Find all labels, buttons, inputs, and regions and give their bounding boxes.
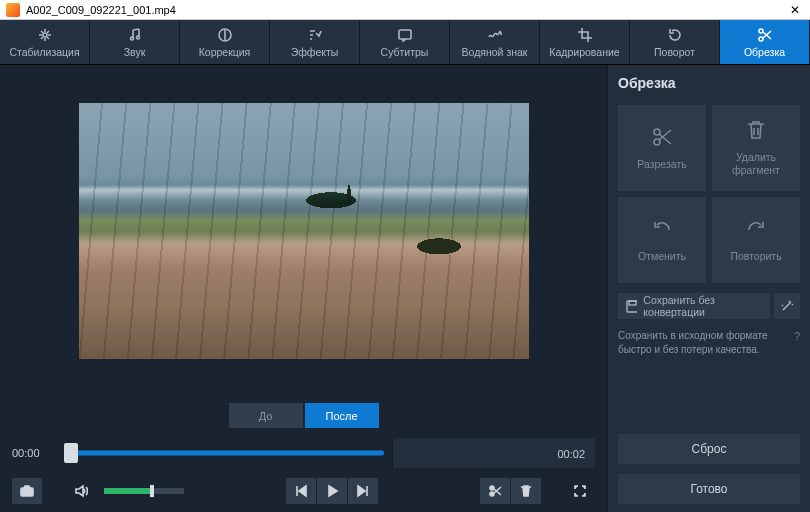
help-icon[interactable]: ?	[794, 329, 800, 344]
volume-slider[interactable]	[104, 488, 184, 494]
crop-icon	[577, 27, 593, 43]
scissors-icon	[651, 126, 673, 148]
trash-icon	[745, 119, 767, 141]
svg-point-8	[490, 492, 494, 496]
save-label: Сохранить без конвертации	[643, 294, 762, 318]
tab-crop[interactable]: Кадрирование	[540, 20, 630, 64]
fx-icon	[307, 27, 323, 43]
subtitle-icon	[397, 27, 413, 43]
volume-icon	[74, 484, 88, 498]
video-preview	[79, 103, 529, 359]
after-button[interactable]: После	[305, 403, 379, 428]
tab-stabilization[interactable]: Стабилизация	[0, 20, 90, 64]
time-end: 00:02	[392, 438, 595, 468]
scissors-icon	[757, 27, 773, 43]
contrast-icon	[217, 27, 233, 43]
fullscreen-button[interactable]	[565, 478, 595, 504]
window-title: A002_C009_092221_001.mp4	[26, 4, 786, 16]
tool-tabs: Стабилизация Звук Коррекция Эффекты Субт…	[0, 20, 810, 65]
tab-label: Звук	[124, 46, 146, 58]
reset-button[interactable]: Сброс	[618, 434, 800, 464]
close-icon[interactable]: ✕	[786, 3, 804, 17]
play-icon	[325, 484, 339, 498]
tab-subtitles[interactable]: Субтитры	[360, 20, 450, 64]
trash-icon	[519, 484, 533, 498]
music-icon	[127, 27, 143, 43]
prev-button[interactable]	[286, 478, 316, 504]
card-label: Отменить	[638, 250, 686, 263]
timeline-bar	[64, 451, 384, 456]
skip-forward-icon	[356, 484, 370, 498]
timeline: 00:00 00:02	[6, 434, 601, 472]
tab-label: Кадрирование	[549, 46, 619, 58]
save-hint: Сохранить в исходном формате быстро и бе…	[618, 329, 800, 356]
volume-button[interactable]	[66, 478, 96, 504]
svg-point-4	[759, 37, 763, 41]
tab-label: Водяной знак	[462, 46, 528, 58]
stabilization-icon	[37, 27, 53, 43]
save-icon	[626, 300, 637, 313]
delete-fragment-card[interactable]: Удалить фрагмент	[712, 105, 800, 191]
rotate-icon	[667, 27, 683, 43]
done-button[interactable]: Готово	[618, 474, 800, 504]
volume-handle[interactable]	[150, 485, 154, 497]
tab-label: Эффекты	[291, 46, 339, 58]
cut-card[interactable]: Разрезать	[618, 105, 706, 191]
magic-button[interactable]	[774, 293, 800, 319]
tab-label: Коррекция	[199, 46, 251, 58]
redo-card[interactable]: Повторить	[712, 197, 800, 283]
tab-effects[interactable]: Эффекты	[270, 20, 360, 64]
tab-rotate[interactable]: Поворот	[630, 20, 720, 64]
watermark-icon	[487, 27, 503, 43]
svg-point-0	[43, 33, 47, 37]
save-no-convert-button[interactable]: Сохранить без конвертации	[618, 293, 770, 319]
before-button[interactable]: До	[229, 403, 303, 428]
titlebar: A002_C009_092221_001.mp4 ✕	[0, 0, 810, 20]
panel-title: Обрезка	[618, 75, 800, 91]
tab-correction[interactable]: Коррекция	[180, 20, 270, 64]
fullscreen-icon	[573, 484, 587, 498]
card-label: Повторить	[730, 250, 781, 263]
cut-button[interactable]	[480, 478, 510, 504]
scissors-icon	[488, 484, 502, 498]
svg-point-7	[490, 486, 494, 490]
next-button[interactable]	[348, 478, 378, 504]
card-label: Разрезать	[637, 158, 686, 171]
trim-panel: Обрезка Разрезать Удалить фрагмент Отмен…	[607, 65, 810, 512]
tab-trim[interactable]: Обрезка	[720, 20, 810, 64]
time-start: 00:00	[12, 447, 56, 459]
timeline-track[interactable]	[64, 446, 384, 460]
tab-sound[interactable]: Звук	[90, 20, 180, 64]
tab-label: Обрезка	[744, 46, 785, 58]
app-icon	[6, 3, 20, 17]
redo-icon	[745, 218, 767, 240]
undo-icon	[651, 218, 673, 240]
wand-icon	[780, 299, 794, 313]
volume-fill	[104, 488, 150, 494]
tab-watermark[interactable]: Водяной знак	[450, 20, 540, 64]
tab-label: Поворот	[654, 46, 695, 58]
skip-back-icon	[294, 484, 308, 498]
camera-icon	[20, 484, 34, 498]
card-label: Удалить фрагмент	[732, 151, 780, 176]
svg-rect-2	[399, 30, 411, 39]
svg-point-6	[25, 490, 30, 495]
undo-card[interactable]: Отменить	[618, 197, 706, 283]
play-button[interactable]	[317, 478, 347, 504]
svg-point-3	[759, 29, 763, 33]
delete-button[interactable]	[511, 478, 541, 504]
timeline-handle[interactable]	[64, 443, 78, 463]
before-after-toggle: До После	[6, 403, 601, 428]
svg-rect-12	[629, 301, 636, 305]
snapshot-button[interactable]	[12, 478, 42, 504]
tab-label: Стабилизация	[9, 46, 79, 58]
tab-label: Субтитры	[381, 46, 429, 58]
